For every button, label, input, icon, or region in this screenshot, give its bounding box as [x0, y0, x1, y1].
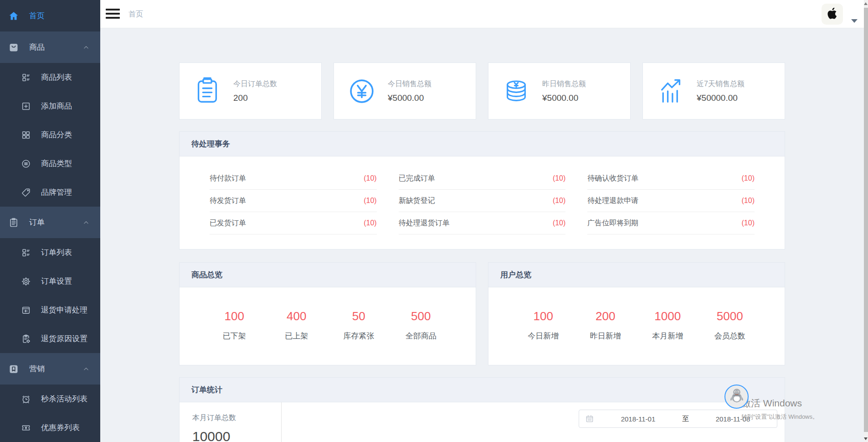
sidebar-item-order-list[interactable]: 订单列表	[0, 238, 100, 267]
overview-stat: 100已下架	[203, 309, 266, 341]
todo-item-label: 待处理退货订单	[399, 218, 450, 228]
clipboard-gear-icon	[21, 334, 31, 344]
overview-stat: 50库存紧张	[328, 309, 390, 341]
stat-cards-row: 今日订单总数200今日销售总额¥5000.00昨日销售总额¥5000.00近7天…	[179, 62, 785, 120]
breadcrumb[interactable]: 首页	[128, 0, 143, 28]
chevron-up-icon	[82, 43, 90, 52]
box-return-icon	[21, 305, 31, 315]
todo-grid: 待付款订单(10)已完成订单(10)待确认收货订单(10)待发货订单(10)新缺…	[180, 156, 785, 249]
user-overview-panel: 用户总览 100今日新增200昨日新增1000本月新增5000会员总数	[488, 262, 785, 365]
date-start[interactable]: 2018-11-01	[594, 415, 682, 423]
sidebar-item-product-list[interactable]: 商品列表	[0, 63, 100, 92]
sidebar-item-label: 订单设置	[41, 276, 72, 286]
overview-stat-label: 会员总数	[699, 331, 761, 341]
sidebar-item-label: 订单列表	[41, 247, 72, 258]
clipboard-icon	[8, 217, 19, 228]
product-overview-title: 商品总览	[180, 263, 476, 287]
sidebar-item-label: 退货申请处理	[41, 305, 87, 315]
stat-card-text: 近7天销售总额¥50000.00	[697, 79, 745, 103]
product-overview-panel: 商品总览 100已下架400已上架50库存紧张500全部商品	[179, 262, 476, 365]
todo-item-count: (10)	[742, 174, 755, 182]
sidebar-item-label: 优惠券列表	[41, 422, 80, 433]
todo-item[interactable]: 已完成订单(10)	[399, 167, 566, 190]
stat-card: 近7天销售总额¥50000.00	[642, 62, 785, 120]
stat-card: 昨日销售总额¥5000.00	[488, 62, 631, 120]
sidebar-item-home[interactable]: 首页	[0, 0, 100, 31]
sidebar-item-label: 商品列表	[41, 72, 72, 83]
caret-down-icon[interactable]	[851, 19, 858, 23]
overview-stat-label: 已上架	[266, 331, 328, 341]
overview-stat-label: 已下架	[203, 331, 266, 341]
order-metric-label: 本月订单总数	[192, 413, 281, 423]
sidebar-item-marketing[interactable]: 营销	[0, 353, 100, 385]
sidebar-item-brand-management[interactable]: 品牌管理	[0, 178, 100, 207]
todo-item-count: (10)	[364, 174, 376, 182]
sidebar-item-return-reason[interactable]: 退货原因设置	[0, 324, 100, 353]
todo-item-count: (10)	[553, 174, 565, 182]
todo-item-label: 待确认收货订单	[587, 174, 638, 183]
watermark-line2: 转到“设置”以激活 Windows。	[741, 413, 818, 421]
stat-card-text: 昨日销售总额¥5000.00	[542, 79, 586, 103]
todo-panel-title: 待处理事务	[180, 132, 785, 156]
sidebar-item-label: 营销	[29, 364, 45, 374]
sidebar-item-coupon-list[interactable]: 优惠券列表	[0, 413, 100, 442]
overview-stat-value: 50	[328, 309, 390, 323]
hamburger-menu-icon[interactable]	[106, 9, 120, 19]
todo-item[interactable]: 待确认收货订单(10)	[587, 167, 755, 190]
topbar: 首页	[100, 0, 864, 28]
overview-stat: 1000本月新增	[637, 309, 699, 341]
scroll-down-arrow-icon[interactable]	[864, 437, 868, 440]
todo-item[interactable]: 新缺货登记(10)	[399, 190, 566, 212]
apple-icon	[826, 6, 839, 22]
list-icon	[21, 248, 31, 258]
sidebar-item-return-request[interactable]: 退货申请处理	[0, 296, 100, 324]
sidebar-item-label: 首页	[29, 10, 45, 21]
todo-item-label: 待发货订单	[210, 196, 246, 206]
todo-item-count: (10)	[553, 219, 565, 227]
todo-item-label: 已发货订单	[210, 218, 246, 228]
sidebar-item-products[interactable]: 商品	[0, 31, 100, 63]
todo-item-label: 广告位即将到期	[587, 218, 638, 228]
vertical-scrollbar[interactable]	[864, 0, 868, 442]
overview-stat-label: 全部商品	[390, 331, 452, 341]
todo-item[interactable]: 待处理退款申请(10)	[587, 190, 755, 212]
product-overview-stats: 100已下架400已上架50库存紧张500全部商品	[180, 287, 476, 365]
sidebar-item-order-settings[interactable]: 订单设置	[0, 267, 100, 296]
sidebar-item-label: 商品类型	[41, 158, 72, 169]
sidebar-item-product-category[interactable]: 商品分类	[0, 120, 100, 149]
todo-item[interactable]: 待发货订单(10)	[210, 190, 377, 212]
overview-stat-value: 100	[203, 309, 266, 323]
overview-stat-value: 1000	[637, 309, 699, 323]
sidebar: 首页商品商品列表添加商品商品分类商品类型品牌管理订单订单列表订单设置退货申请处理…	[0, 0, 100, 442]
todo-panel: 待处理事务 待付款订单(10)已完成订单(10)待确认收货订单(10)待发货订单…	[179, 131, 785, 250]
overview-stat-label: 库存紧张	[328, 331, 390, 341]
overview-stat-value: 100	[512, 309, 575, 323]
overview-stat-value: 200	[575, 309, 637, 323]
scroll-up-arrow-icon[interactable]	[864, 2, 868, 5]
user-avatar[interactable]	[822, 4, 843, 25]
todo-item[interactable]: 待付款订单(10)	[210, 167, 377, 190]
add-square-icon	[21, 101, 31, 111]
trend-icon	[657, 77, 685, 105]
list-icon	[21, 73, 31, 83]
sidebar-item-orders[interactable]: 订单	[0, 207, 100, 238]
order-stats-panel: 订单统计 本月订单总数 10000 2018-11-01 至 2018-11-0…	[179, 377, 785, 442]
todo-item[interactable]: 广告位即将到期(10)	[587, 212, 755, 234]
todo-item[interactable]: 已发货订单(10)	[210, 212, 377, 234]
qq-badge[interactable]	[724, 385, 749, 409]
sidebar-item-flash-sale-list[interactable]: 秒杀活动列表	[0, 385, 100, 413]
overview-stat: 400已上架	[266, 309, 328, 341]
sidebar-item-add-product[interactable]: 添加商品	[0, 92, 100, 120]
todo-item-count: (10)	[742, 197, 755, 205]
scrollbar-thumb[interactable]	[864, 8, 868, 432]
bag-icon	[8, 42, 19, 53]
ticket-icon	[21, 423, 31, 433]
todo-item-label: 已完成订单	[399, 174, 435, 183]
stat-card-text: 今日订单总数200	[233, 79, 277, 103]
sidebar-item-label: 商品分类	[41, 130, 72, 140]
stat-card-value: ¥5000.00	[388, 93, 431, 103]
overview-stat-value: 5000	[699, 309, 761, 323]
sidebar-item-product-type[interactable]: 商品类型	[0, 149, 100, 178]
todo-item-label: 待付款订单	[210, 174, 246, 183]
todo-item[interactable]: 待处理退货订单(10)	[399, 212, 566, 234]
